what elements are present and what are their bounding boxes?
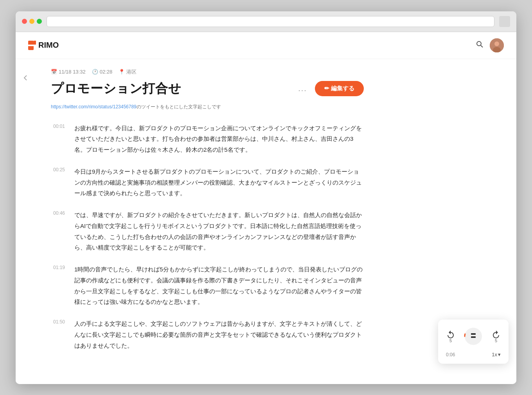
logo: RIMO — [28, 41, 59, 50]
audio-player: 5 5 — [438, 320, 509, 364]
speed-label: 1x — [492, 352, 497, 357]
header-actions — [476, 38, 504, 52]
edit-button[interactable]: ✏ 編集する — [315, 81, 364, 96]
transcript-block: 01:191時間の音声でしたら、早ければ5分もかからずに文字起こしが終わってしま… — [51, 264, 364, 307]
traffic-light-green[interactable] — [37, 19, 42, 24]
svg-text:5: 5 — [495, 334, 496, 337]
article-title: プロモーション打合せ — [51, 80, 181, 97]
browser-window: RIMO — [16, 11, 516, 384]
svg-rect-12 — [471, 333, 476, 335]
transcript-block: 01:50人の手による文字起こしや、文字起こしのソフトウェアは昔からありますが、… — [51, 318, 364, 351]
transcript-text: お疲れ様です。今日は、新プロダクトのプロモーション企画についてオンラインでキック… — [74, 123, 364, 155]
app-window: RIMO — [16, 32, 516, 384]
speed-chevron: ▾ — [498, 352, 501, 357]
source-url[interactable]: https://twitter.com/rimo/status/12345678… — [51, 104, 137, 110]
source-text: のツイートをもとにした文字起こしです — [137, 104, 221, 110]
play-pause-area[interactable] — [463, 326, 484, 347]
player-controls: 5 5 — [446, 326, 501, 347]
transcript-text: 今日は9月からスタートさせる新プロダクトのプロモーションについて、プロダクトのご… — [74, 166, 364, 199]
meta-location: 📍 港区 — [119, 68, 137, 75]
meta-duration-value: 02:28 — [100, 69, 113, 75]
svg-point-3 — [477, 41, 481, 46]
address-bar[interactable] — [47, 16, 494, 27]
player-time: 0:06 — [446, 352, 492, 357]
article-meta: 📅 11/18 13:32 🕐 02:28 📍 港区 — [51, 68, 364, 75]
meta-date: 📅 11/18 13:32 — [51, 69, 86, 75]
transcript-block: 00:25今日は9月からスタートさせる新プロダクトのプロモーションについて、プロ… — [51, 166, 364, 199]
traffic-lights — [22, 19, 42, 24]
transcript-text: では、早速ですが、新プロダクトの紹介をさせていただきます。新しいプロダクトは、自… — [74, 210, 364, 253]
speed-selector[interactable]: 1x ▾ — [492, 352, 501, 357]
avatar-image — [490, 38, 504, 52]
traffic-light-yellow[interactable] — [29, 19, 34, 24]
forward-button[interactable]: 5 5 — [491, 330, 501, 343]
source-link: https://twitter.com/rimo/status/12345678… — [51, 104, 364, 110]
logo-icon — [28, 41, 36, 50]
meta-date-value: 11/18 13:32 — [59, 69, 86, 75]
svg-rect-2 — [28, 45, 34, 46]
app-header: RIMO — [16, 32, 516, 59]
traffic-light-red[interactable] — [22, 19, 27, 24]
transcript-text: 人の手による文字起こしや、文字起こしのソフトウェアは昔からありますが、文字とテキ… — [74, 318, 364, 351]
transcript-timestamp: 00:25 — [51, 166, 65, 199]
transcript-timestamp: 01:19 — [51, 264, 65, 307]
transcript-block: 00:01お疲れ様です。今日は、新プロダクトのプロモーション企画についてオンライ… — [51, 123, 364, 155]
svg-rect-11 — [471, 336, 476, 338]
transcript-text: 1時間の音声でしたら、早ければ5分もかからずに文字起こしが終わってしまうので、当… — [74, 264, 364, 307]
logo-text: RIMO — [38, 41, 59, 50]
meta-location-value: 港区 — [126, 68, 137, 75]
svg-point-6 — [494, 41, 499, 46]
back-button[interactable] — [16, 59, 35, 378]
forward-label: 5 — [495, 338, 497, 343]
browser-chrome — [16, 11, 516, 32]
clock-icon: 🕐 — [92, 69, 98, 75]
transcript-timestamp: 00:46 — [51, 210, 65, 253]
pin-icon: 📍 — [119, 69, 125, 75]
browser-action-button[interactable] — [499, 16, 510, 27]
transcript-block: 00:46では、早速ですが、新プロダクトの紹介をさせていただきます。新しいプロダ… — [51, 210, 364, 253]
transcript-timestamp: 00:01 — [51, 123, 65, 155]
more-button[interactable]: ... — [295, 83, 310, 95]
article-title-row: プロモーション打合せ ... ✏ 編集する — [51, 80, 364, 97]
pause-icon — [470, 332, 476, 340]
rewind-button[interactable]: 5 5 — [446, 330, 455, 343]
transcript-list: 00:01お疲れ様です。今日は、新プロダクトのプロモーション企画についてオンライ… — [51, 123, 364, 351]
svg-line-4 — [481, 45, 483, 47]
calendar-icon: 📅 — [51, 69, 57, 75]
user-avatar[interactable] — [490, 38, 504, 52]
player-bottom: 0:06 1x ▾ — [446, 352, 501, 357]
svg-text:5: 5 — [449, 334, 451, 337]
meta-duration: 🕐 02:28 — [92, 69, 113, 75]
transcript-timestamp: 01:50 — [51, 318, 65, 351]
svg-rect-1 — [34, 41, 36, 45]
title-actions: ... ✏ 編集する — [295, 81, 364, 96]
article-area: 📅 11/18 13:32 🕐 02:28 📍 港区 プロモーション打合せ — [35, 59, 387, 378]
search-button[interactable] — [476, 40, 483, 50]
rewind-label: 5 — [449, 338, 452, 343]
